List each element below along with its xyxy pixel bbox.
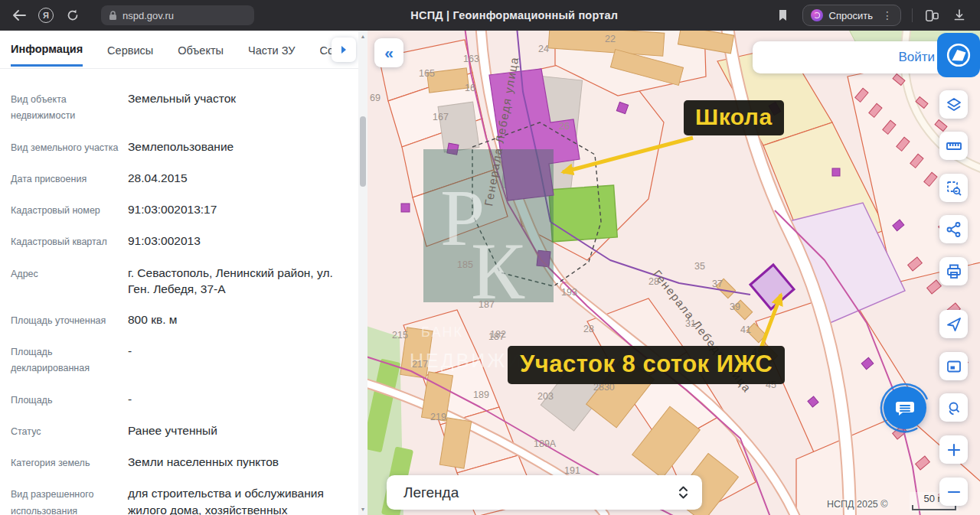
tabs-scroll-right-button[interactable] — [332, 37, 356, 62]
area-search-button[interactable] — [939, 174, 968, 202]
measure-button[interactable] — [939, 132, 968, 160]
svg-text:28: 28 — [583, 324, 594, 334]
print-icon — [945, 262, 963, 281]
toolbar-divider — [912, 8, 913, 22]
ask-ai-button[interactable]: Спросить ⋮ — [802, 5, 901, 26]
field-value: 28.04.2015 — [127, 170, 188, 187]
field-row: Вид разрешенного использованиядля строит… — [11, 485, 348, 515]
svg-text:193: 193 — [561, 287, 577, 298]
chat-icon — [893, 396, 916, 419]
field-value: - — [127, 391, 132, 409]
svg-text:16: 16 — [465, 83, 475, 93]
ruler-icon — [945, 137, 963, 155]
svg-text:22: 22 — [605, 34, 616, 44]
field-label: Площадь — [11, 391, 127, 409]
url-text: nspd.gov.ru — [122, 10, 174, 21]
panel-scrollbar[interactable]: ▲ ▼ — [358, 31, 368, 515]
field-row: Категория земельЗемли населенных пунктов — [11, 454, 348, 471]
alice-ai-icon — [811, 9, 823, 21]
search-bar[interactable]: Войти — [753, 41, 946, 73]
nspd-logo[interactable] — [937, 33, 980, 77]
svg-text:35: 35 — [694, 261, 705, 272]
svg-text:185: 185 — [457, 259, 473, 270]
download-glyph-icon — [953, 9, 965, 21]
field-row: Вид земельного участкаЗемлепользование — [11, 139, 348, 156]
field-value: 91:03:002013 — [127, 233, 201, 250]
field-label: Вид объекта недвижимости — [11, 90, 127, 125]
field-row: Площадь декларированная- — [11, 343, 348, 377]
svg-text:187: 187 — [479, 299, 495, 310]
print-button[interactable] — [939, 257, 968, 285]
reload-icon[interactable] — [64, 7, 81, 24]
browser-toolbar: Я nspd.gov.ru НСПД | Геоинформационный п… — [0, 0, 980, 31]
back-icon[interactable] — [11, 7, 28, 24]
field-row: Кадастровый квартал91:03:002013 — [11, 233, 348, 250]
svg-text:203: 203 — [537, 391, 554, 402]
lock-icon — [109, 11, 117, 21]
tab-services[interactable]: Сервисы — [107, 34, 153, 66]
scrollbar-thumb[interactable] — [360, 116, 366, 187]
layers-button[interactable] — [939, 90, 968, 119]
svg-text:165: 165 — [419, 68, 435, 79]
download-icon[interactable] — [951, 7, 968, 24]
scroll-down-icon[interactable]: ▼ — [358, 504, 368, 514]
svg-text:28: 28 — [648, 276, 659, 287]
share-button[interactable] — [939, 215, 968, 243]
yandex-icon[interactable]: Я — [38, 8, 54, 23]
field-label: Кадастровый номер — [11, 201, 127, 219]
field-row: Адресг. Севастополь, Ленинский район, ул… — [11, 265, 348, 298]
field-label: Статус — [11, 422, 127, 440]
svg-text:189: 189 — [473, 390, 489, 400]
tab-information[interactable]: Информация — [11, 32, 83, 67]
zoom-out-button[interactable] — [939, 478, 968, 506]
svg-text:31: 31 — [685, 318, 696, 329]
share-icon — [945, 220, 963, 239]
legend-toggle[interactable]: Легенда — [387, 475, 702, 510]
scroll-up-icon[interactable]: ▲ — [358, 31, 368, 41]
svg-text:163: 163 — [463, 54, 479, 64]
ask-menu-icon[interactable]: ⋮ — [879, 9, 893, 21]
back-arrow-icon — [12, 10, 26, 21]
field-value: Земельный участок — [127, 90, 236, 125]
panel-tabs: Информация Сервисы Объекты Части ЗУ Сост… — [0, 31, 358, 69]
svg-text:182: 182 — [490, 329, 506, 340]
bookmark-icon[interactable] — [775, 7, 792, 24]
zoom-out-icon — [945, 483, 963, 501]
overview-map-icon — [945, 357, 963, 376]
field-label: Площадь декларированная — [11, 343, 127, 377]
field-row: Дата присвоения28.04.2015 — [11, 170, 348, 187]
svg-text:69: 69 — [370, 93, 381, 103]
field-label: Адрес — [11, 265, 127, 298]
chevron-right-icon — [340, 45, 348, 54]
svg-text:215: 215 — [392, 330, 408, 341]
field-row: СтатусРанее учтенный — [11, 422, 348, 440]
geolocation-button[interactable] — [939, 310, 968, 338]
tab-parcel-parts[interactable]: Части ЗУ — [248, 34, 296, 66]
school-annotation: Школа — [684, 100, 784, 135]
tabs-glyph-icon — [924, 8, 939, 22]
chat-widget[interactable] — [879, 382, 931, 434]
field-row: Площадь- — [11, 391, 348, 409]
tabs-panel-icon[interactable] — [923, 7, 940, 24]
map-search-button[interactable] — [939, 393, 968, 422]
svg-text:217: 217 — [412, 359, 428, 370]
address-bar[interactable]: nspd.gov.ru — [101, 5, 254, 25]
field-label: Дата присвоения — [11, 170, 127, 187]
field-label: Вид разрешенного использования — [11, 485, 127, 515]
object-info-panel: Информация Сервисы Объекты Части ЗУ Сост… — [0, 31, 368, 515]
svg-text:26: 26 — [559, 121, 570, 132]
collapse-panel-button[interactable]: « — [374, 38, 403, 67]
tab-objects[interactable]: Объекты — [178, 34, 224, 66]
field-value: для строительства и обслуживания жилого … — [127, 485, 348, 515]
zoom-in-button[interactable] — [939, 435, 968, 464]
legend-label: Легенда — [403, 484, 459, 501]
zoom-in-icon — [945, 441, 963, 459]
map-canvas[interactable]: Р К БАНК НЕДВИЖИМОСТИ Генерала Лебедя ул… — [368, 31, 980, 515]
chat-button[interactable] — [884, 386, 926, 429]
svg-text:37: 37 — [712, 279, 723, 289]
overview-map-button[interactable] — [939, 352, 968, 380]
field-row: Площадь уточненная800 кв. м — [11, 311, 348, 329]
field-value: Землепользование — [127, 139, 234, 156]
field-label: Кадастровый квартал — [11, 233, 127, 250]
layers-icon — [945, 96, 963, 114]
